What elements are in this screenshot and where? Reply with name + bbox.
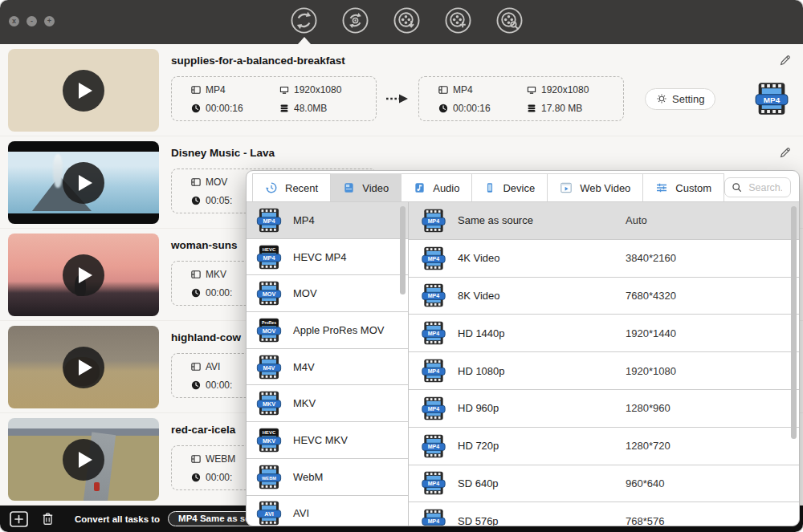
format-item[interactable]: ProResMOVApple ProRes MOV: [247, 312, 408, 349]
toolbar-tools: [291, 7, 523, 34]
downloader-tool-button[interactable]: [393, 7, 420, 34]
svg-text:MP4: MP4: [428, 218, 440, 225]
resolution-film-icon: MP4: [420, 209, 447, 233]
converter-icon: [291, 7, 317, 34]
svg-text:MP4: MP4: [263, 254, 275, 261]
ripper-tool-button[interactable]: [342, 7, 369, 34]
delete-all-button[interactable]: [40, 511, 55, 526]
tab-audio-icon: [414, 181, 426, 194]
play-icon: [79, 359, 92, 376]
tab-custom[interactable]: Custom: [643, 173, 724, 201]
clock-info-cell: 00:00:16: [438, 103, 527, 114]
film-value: MKV: [206, 269, 226, 280]
add-files-button[interactable]: [10, 511, 28, 527]
format-film-icon: HEVCMP4: [255, 245, 283, 270]
downloader-icon: [393, 7, 420, 34]
video-thumbnail[interactable]: [8, 326, 159, 408]
setting-button[interactable]: Setting: [645, 88, 715, 110]
svg-text:MP4: MP4: [428, 294, 440, 300]
video-thumbnail[interactable]: [8, 418, 159, 501]
display-info-cell: 1920x1080: [527, 84, 623, 95]
toolbox-tool-button[interactable]: [496, 7, 523, 34]
resolution-item[interactable]: MP4HD 960p1280*960: [409, 390, 799, 428]
format-item[interactable]: MOVMOV: [247, 275, 408, 312]
video-title: supplies-for-a-balanced-breakfast: [171, 55, 803, 67]
play-button[interactable]: [63, 162, 104, 204]
format-label: WebM: [293, 471, 323, 483]
film-icon: [191, 177, 201, 187]
svg-text:MP4: MP4: [428, 481, 440, 488]
format-item[interactable]: AVIAVI: [247, 496, 408, 526]
format-item[interactable]: M4VM4V: [247, 349, 408, 386]
video-thumbnail[interactable]: [8, 141, 159, 224]
tab-label: Audio: [433, 182, 459, 194]
resolution-value: 1280*720: [626, 440, 671, 452]
resolution-item[interactable]: MP4HD 1440p1920*1440: [409, 315, 799, 352]
tab-device[interactable]: Device: [472, 173, 548, 201]
stack-value: 17.80 MB: [541, 103, 582, 114]
format-item[interactable]: HEVCMKVHEVC MKV: [247, 422, 408, 459]
tab-device-icon: [484, 181, 495, 194]
resolution-item[interactable]: MP4HD 1080p1920*1080: [409, 352, 799, 390]
tab-label: Device: [503, 182, 535, 194]
resolution-item[interactable]: MP4SD 640p960*640: [409, 465, 799, 503]
stack-icon: [527, 104, 536, 113]
resolution-value: 1280*960: [626, 402, 671, 414]
gear-icon: [656, 93, 667, 104]
resolution-item[interactable]: MP44K Video3840*2160: [409, 240, 799, 278]
svg-text:MP4: MP4: [428, 368, 440, 375]
play-button[interactable]: [63, 70, 104, 112]
film-icon: [191, 85, 201, 95]
minimize-window-button[interactable]: -: [26, 16, 37, 26]
format-item[interactable]: MP4MP4: [247, 202, 408, 239]
convert-all-label: Convert all tasks to: [75, 514, 160, 524]
format-popup: RecentVideoAudioDeviceWeb VideoCustom MP…: [246, 170, 800, 526]
resolution-item[interactable]: MP4SD 576p768*576: [409, 502, 799, 526]
tab-recent-icon: [265, 181, 278, 194]
resolution-item[interactable]: MP48K Video7680*4320: [409, 278, 799, 315]
tab-web-video[interactable]: Web Video: [548, 173, 643, 201]
resolution-list-scrollbar[interactable]: [791, 206, 797, 439]
clock-icon: [191, 473, 201, 482]
converter-tool-button[interactable]: [291, 7, 317, 34]
edit-icon[interactable]: [779, 54, 792, 67]
play-button[interactable]: [63, 347, 104, 388]
title-bar: x-+: [0, 0, 803, 44]
format-item[interactable]: HEVCMP4HEVC MP4: [247, 239, 408, 276]
tab-audio[interactable]: Audio: [402, 173, 472, 201]
display-icon: [527, 85, 536, 95]
svg-text:HEVC: HEVC: [263, 247, 276, 252]
format-list: MP4MP4HEVCMP4HEVC MP4MOVMOVProResMOVAppl…: [247, 202, 409, 526]
resolution-label: SD 576p: [458, 515, 499, 526]
format-list-scrollbar[interactable]: [400, 206, 406, 294]
edit-icon[interactable]: [779, 146, 792, 159]
editor-tool-button[interactable]: [445, 7, 471, 34]
active-tool-notch: [298, 37, 311, 44]
tab-video[interactable]: Video: [331, 173, 402, 201]
resolution-value: Auto: [626, 214, 647, 226]
resolution-label: 8K Video: [458, 290, 500, 302]
resolution-value: 768*576: [626, 515, 664, 526]
convert-arrow-icon: [385, 93, 410, 104]
play-button[interactable]: [63, 439, 104, 481]
resolution-film-icon: MP4: [420, 471, 447, 495]
format-item[interactable]: MKVMKV: [247, 385, 408, 422]
video-thumbnail[interactable]: [8, 234, 159, 316]
zoom-window-button[interactable]: +: [44, 16, 55, 26]
search-input[interactable]: [747, 181, 784, 194]
svg-text:ProRes: ProRes: [262, 320, 276, 325]
clock-value: 00:00:16: [206, 103, 243, 114]
clock-value: 00:00:: [206, 287, 232, 298]
tab-recent[interactable]: Recent: [252, 173, 331, 201]
play-icon: [79, 267, 92, 283]
format-item[interactable]: WEBMWebM: [247, 459, 408, 496]
close-window-button[interactable]: x: [9, 16, 19, 26]
video-thumbnail[interactable]: [8, 49, 159, 132]
play-button[interactable]: [63, 254, 104, 296]
clock-icon: [191, 104, 201, 113]
film-icon: [191, 362, 201, 372]
output-format-icon[interactable]: MP4: [752, 82, 791, 116]
resolution-item[interactable]: MP4HD 720p1280*720: [409, 428, 799, 465]
clock-info-cell: 00:00:16: [191, 103, 279, 114]
resolution-item[interactable]: MP4Same as sourceAuto: [409, 202, 799, 240]
